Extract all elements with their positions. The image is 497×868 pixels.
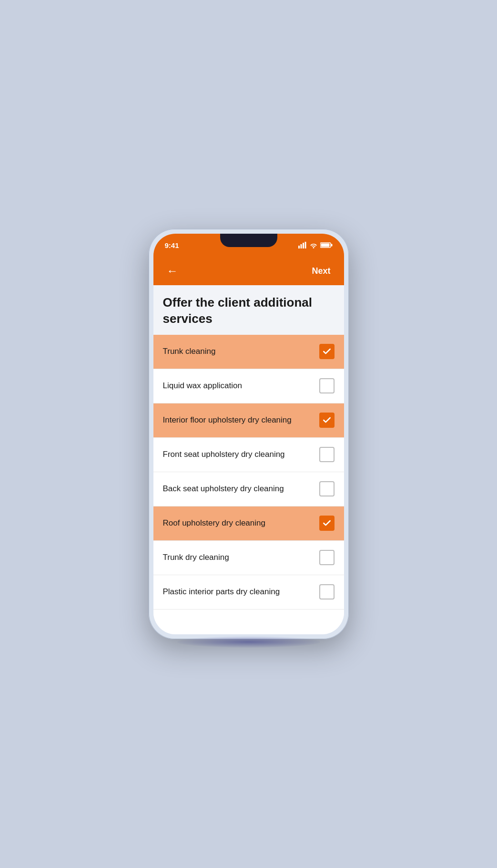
battery-icon (320, 242, 333, 248)
phone-frame: 9:41 (149, 229, 349, 639)
svg-rect-2 (303, 243, 304, 248)
status-time: 9:41 (165, 241, 179, 249)
service-label-back-seat: Back seat upholstery dry cleaning (163, 483, 319, 495)
status-bar: 9:41 (153, 234, 344, 257)
service-label-liquid-wax: Liquid wax application (163, 380, 319, 392)
service-label-roof-upholstery: Roof upholstery dry cleaning (163, 517, 319, 529)
nav-bar: ← Next (153, 257, 344, 285)
page-title: Offer the client additional services (163, 295, 335, 327)
phone-screen: 9:41 (153, 234, 344, 634)
service-list: Trunk cleaningLiquid wax applicationInte… (153, 335, 344, 634)
service-item-trunk-cleaning[interactable]: Trunk cleaning (153, 335, 344, 369)
service-item-front-seat[interactable]: Front seat upholstery dry cleaning (153, 438, 344, 472)
svg-rect-6 (321, 244, 329, 247)
checkbox-liquid-wax[interactable] (319, 378, 335, 393)
checkbox-trunk-cleaning[interactable] (319, 344, 335, 359)
service-item-liquid-wax[interactable]: Liquid wax application (153, 369, 344, 403)
signal-icon (298, 242, 307, 248)
service-item-trunk-dry[interactable]: Trunk dry cleaning (153, 541, 344, 575)
service-label-plastic-interior: Plastic interior parts dry cleaning (163, 586, 319, 598)
svg-rect-1 (300, 244, 302, 248)
checkbox-plastic-interior[interactable] (319, 584, 335, 599)
notch (220, 234, 277, 247)
service-item-plastic-interior[interactable]: Plastic interior parts dry cleaning (153, 575, 344, 610)
svg-rect-0 (298, 246, 300, 248)
content-area: Offer the client additional services Tru… (153, 285, 344, 634)
service-item-back-seat[interactable]: Back seat upholstery dry cleaning (153, 472, 344, 506)
checkbox-trunk-dry[interactable] (319, 550, 335, 565)
page-title-area: Offer the client additional services (153, 285, 344, 335)
service-item-empty[interactable] (153, 610, 344, 634)
back-button[interactable]: ← (163, 260, 182, 281)
service-item-roof-upholstery[interactable]: Roof upholstery dry cleaning (153, 506, 344, 541)
checkbox-back-seat[interactable] (319, 481, 335, 496)
checkbox-interior-floor[interactable] (319, 413, 335, 428)
service-label-front-seat: Front seat upholstery dry cleaning (163, 449, 319, 460)
next-button[interactable]: Next (308, 262, 334, 280)
svg-rect-3 (304, 242, 306, 248)
checkbox-roof-upholstery[interactable] (319, 516, 335, 531)
svg-rect-5 (331, 244, 332, 247)
wifi-icon (309, 242, 318, 248)
checkbox-front-seat[interactable] (319, 447, 335, 462)
service-item-interior-floor[interactable]: Interior floor upholstery dry cleaning (153, 403, 344, 438)
service-label-trunk-cleaning: Trunk cleaning (163, 346, 319, 357)
service-label-trunk-dry: Trunk dry cleaning (163, 552, 319, 563)
service-label-interior-floor: Interior floor upholstery dry cleaning (163, 414, 319, 426)
status-icons (298, 242, 333, 248)
phone-shadow (177, 636, 320, 648)
